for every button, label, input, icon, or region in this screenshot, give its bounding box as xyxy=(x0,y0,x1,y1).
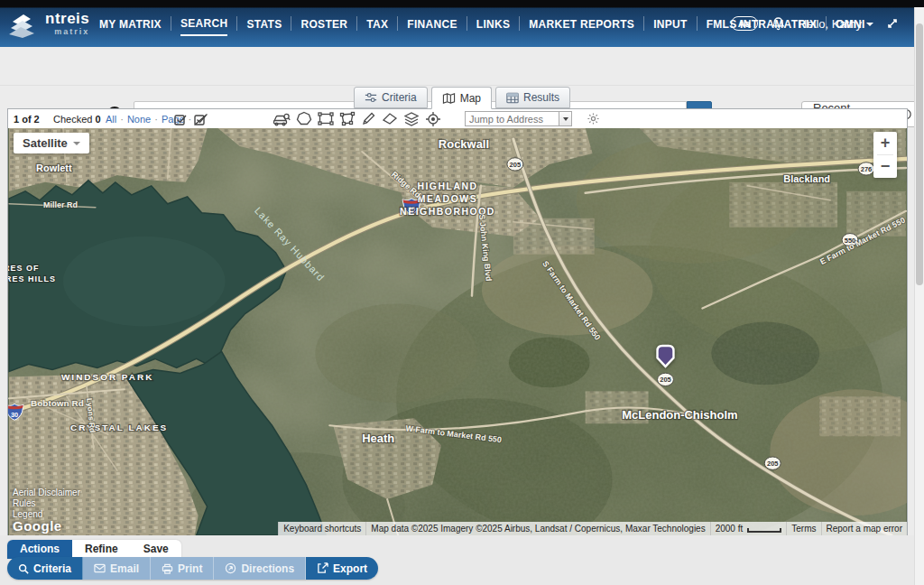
map-label-rowlett: Rowlett xyxy=(36,162,72,173)
jump-to-address-input[interactable] xyxy=(465,111,559,126)
separator: · xyxy=(154,114,158,125)
tab-actions[interactable]: Actions xyxy=(7,540,72,559)
nav-tax[interactable]: TAX xyxy=(366,13,388,35)
nav-links[interactable]: LINKS xyxy=(476,13,511,35)
nav-roster[interactable]: ROSTER xyxy=(300,13,347,35)
layers-tool-icon[interactable] xyxy=(403,111,420,127)
report-map-error-link[interactable]: Report a map error xyxy=(821,522,907,535)
locate-target-tool-icon[interactable] xyxy=(425,111,441,127)
nav-search[interactable]: SEARCH xyxy=(180,12,227,36)
satellite-map: 30 30 205 205 205 xyxy=(8,128,907,535)
svg-text:205: 205 xyxy=(660,376,670,384)
svg-text:205: 205 xyxy=(510,161,521,169)
map-label-crystal-lakes: CRYSTAL LAKES xyxy=(70,422,168,432)
nav-divider xyxy=(356,16,357,31)
nav-stats[interactable]: STATS xyxy=(246,13,282,35)
user-menu[interactable]: Hello, Kathy xyxy=(799,17,873,31)
tab-map[interactable]: Map xyxy=(431,87,492,109)
scale-bar xyxy=(747,528,781,533)
criteria-button-label: Criteria xyxy=(33,562,71,575)
notifications-bell-icon[interactable] xyxy=(771,16,786,32)
drive-time-icon[interactable] xyxy=(273,111,291,126)
print-icon xyxy=(162,563,173,574)
ntreis-matrix-logo[interactable]: ntreismatrix xyxy=(7,12,89,39)
export-button[interactable]: Export xyxy=(306,557,378,580)
print-button[interactable]: Print xyxy=(151,557,214,580)
route-276-shield: 276 xyxy=(858,162,874,175)
tab-save[interactable]: Save xyxy=(131,540,181,559)
map-overlay-links: Aerial Disclaimer Rules Legend xyxy=(13,487,80,519)
directions-button[interactable]: Directions xyxy=(214,557,306,580)
separator: · xyxy=(120,114,124,125)
greeting-text: Hello, Kathy xyxy=(799,17,862,31)
satellite-label: Satellite xyxy=(23,136,68,150)
select-all-link[interactable]: All xyxy=(106,114,116,125)
rules-link[interactable]: Rules xyxy=(13,498,80,508)
checked-count: Checked 0 xyxy=(53,109,101,128)
email-button[interactable]: Email xyxy=(83,557,151,580)
tab-criteria[interactable]: Criteria xyxy=(354,87,428,108)
map-label-windsor-park: WINDSOR PARK xyxy=(61,372,153,382)
collapse-header-icon[interactable] xyxy=(886,17,899,30)
text-size-icon[interactable]: Aa xyxy=(731,16,758,31)
criteria-search-icon xyxy=(18,563,29,574)
nav-divider xyxy=(397,16,398,31)
radius-circle-tool-icon[interactable] xyxy=(296,111,312,126)
action-buttons: Criteria Email Print Directions Export xyxy=(7,557,378,580)
tab-refine[interactable]: Refine xyxy=(72,540,131,559)
logo-text: ntreismatrix xyxy=(45,12,89,39)
jump-dropdown-button[interactable] xyxy=(559,111,572,126)
page-scrollbar[interactable] xyxy=(914,7,924,585)
nav-market-reports[interactable]: MARKET REPORTS xyxy=(529,13,634,35)
map-settings-gear-icon[interactable] xyxy=(587,112,600,125)
zoom-out-button[interactable]: − xyxy=(873,155,897,178)
scrollbar-thumb[interactable] xyxy=(916,23,923,285)
email-button-label: Email xyxy=(110,562,139,575)
map-type-satellite-button[interactable]: Satellite xyxy=(14,133,89,153)
map-label-highland-2: MEADOWS xyxy=(418,194,477,204)
google-logo: Google xyxy=(13,518,62,534)
map-canvas[interactable]: 30 30 205 205 205 xyxy=(8,128,907,535)
pencil-draw-tool-icon[interactable] xyxy=(361,111,376,126)
nav-input[interactable]: INPUT xyxy=(653,13,688,35)
zoom-in-button[interactable]: + xyxy=(873,132,897,154)
svg-text:276: 276 xyxy=(861,165,872,173)
zoom-control: + − xyxy=(873,132,897,178)
nav-my-matrix[interactable]: MY MATRIX xyxy=(99,13,162,35)
view-tabs: Criteria Map Results xyxy=(0,87,924,108)
map-icon xyxy=(442,92,456,105)
top-nav: ntreismatrix MY MATRIX SEARCH STATS ROST… xyxy=(0,0,924,47)
uncheck-all-icon[interactable] xyxy=(193,112,208,126)
nav-divider xyxy=(291,16,291,31)
chevron-down-icon xyxy=(563,117,568,121)
aerial-disclaimer-link[interactable]: Aerial Disclaimer xyxy=(13,488,80,497)
map-label-res-of: RES OF xyxy=(8,264,39,273)
keyboard-shortcuts-link[interactable]: Keyboard shortcuts xyxy=(278,522,365,535)
map-label-bobtown-rd: Bobtown Rd xyxy=(31,398,84,408)
polygon-tool-icon[interactable] xyxy=(339,111,356,126)
svg-text:30: 30 xyxy=(11,411,18,419)
criteria-button[interactable]: Criteria xyxy=(7,557,83,580)
nav-divider xyxy=(697,16,698,31)
bottom-action-bar: Actions Refine Save Criteria Email Print xyxy=(0,535,914,585)
nav-divider xyxy=(519,16,520,31)
tab-criteria-label: Criteria xyxy=(382,91,417,104)
tab-map-label: Map xyxy=(460,92,481,105)
map-label-rockwall: Rockwall xyxy=(439,137,489,151)
nav-finance[interactable]: FINANCE xyxy=(407,13,457,35)
eraser-tool-icon[interactable] xyxy=(382,111,398,126)
print-button-label: Print xyxy=(178,562,202,575)
svg-text:205: 205 xyxy=(767,460,778,468)
email-icon xyxy=(94,563,106,573)
nav-divider xyxy=(467,16,467,31)
select-none-link[interactable]: None xyxy=(127,114,151,125)
action-tabs: Actions Refine Save xyxy=(7,540,181,559)
directions-button-label: Directions xyxy=(241,562,294,575)
chevron-down-icon xyxy=(866,23,873,26)
check-all-icon[interactable] xyxy=(173,112,188,126)
rectangle-tool-icon[interactable] xyxy=(318,111,334,126)
map-toolbar: 1 of 2 Checked 0 All · None · Page · xyxy=(8,109,907,128)
export-button-label: Export xyxy=(333,562,367,575)
terms-link[interactable]: Terms xyxy=(786,522,820,535)
tab-results[interactable]: Results xyxy=(495,87,570,108)
